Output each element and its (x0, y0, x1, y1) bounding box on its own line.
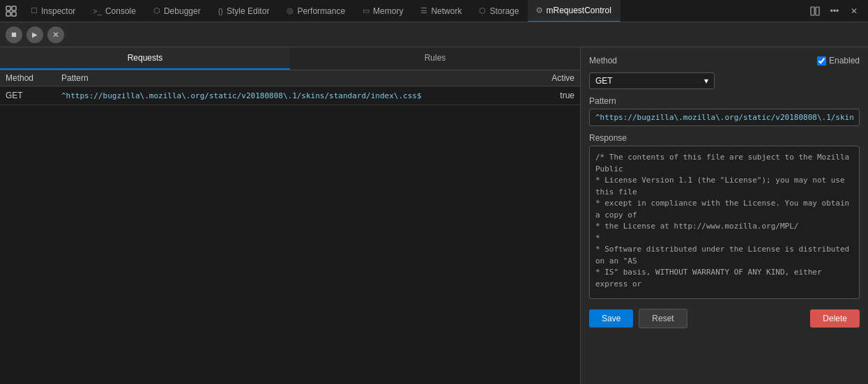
response-textarea[interactable]: /* The contents of this file are subject… (589, 146, 860, 299)
method-field: GET ▾ (589, 72, 860, 89)
tab-performance[interactable]: ◎ Performance (278, 0, 354, 22)
svg-rect-2 (6, 12, 10, 16)
toolbar-right-actions: ••• ✕ (807, 3, 868, 20)
response-line-2: * License Version 1.1 (the "License"); y… (595, 175, 853, 198)
enabled-checkbox[interactable] (817, 56, 826, 66)
tab-memory[interactable]: ▭ Memory (354, 0, 412, 22)
enabled-checkbox-row[interactable]: Enabled (817, 56, 860, 66)
tab-inspector[interactable]: ☐ Inspector (22, 0, 84, 22)
tab-style-editor[interactable]: {} Style Editor (210, 0, 279, 22)
left-panel: Requests Rules Method Pattern Active GET… (0, 47, 581, 384)
chevron-down-icon: ▾ (704, 76, 708, 86)
devtools-icon (0, 0, 22, 22)
tab-console[interactable]: >_ Console (84, 0, 145, 22)
enabled-label: Enabled (829, 56, 860, 66)
pattern-input[interactable] (589, 109, 860, 126)
reset-button[interactable]: Reset (639, 309, 687, 328)
performance-icon: ◎ (287, 6, 294, 15)
svg-rect-5 (816, 7, 819, 15)
response-line-5: * (595, 233, 853, 245)
play-button[interactable]: ▶ (26, 26, 43, 43)
panel-tabs: Requests Rules (0, 47, 580, 70)
response-field: Response /* The contents of this file ar… (589, 133, 860, 299)
bottom-actions: Save Reset Delete (589, 306, 860, 328)
method-select[interactable]: GET ▾ (589, 72, 715, 89)
table-header: Method Pattern Active (0, 70, 580, 86)
col-header-active: Active (519, 73, 574, 83)
memory-icon: ▭ (363, 6, 370, 15)
right-panel: Method Enabled GET ▾ Pattern Response /*… (581, 47, 868, 384)
main-content: Requests Rules Method Pattern Active GET… (0, 47, 868, 384)
row-active: true (519, 91, 574, 100)
close-devtools-button[interactable]: ✕ (846, 3, 862, 20)
svg-rect-4 (811, 7, 814, 15)
toolbar: ☐ Inspector >_ Console ⬡ Debugger {} Sty… (0, 0, 868, 22)
response-line-6: * Software distributed under the License… (595, 244, 853, 267)
console-icon: >_ (93, 7, 102, 15)
svg-rect-1 (12, 6, 16, 10)
mrequestcontrol-icon: ⊙ (536, 6, 542, 15)
storage-icon: ⬡ (479, 6, 486, 15)
pattern-field: Pattern (589, 96, 860, 126)
response-label: Response (589, 133, 860, 143)
network-icon: ☰ (420, 6, 427, 15)
response-line-4: * the License at http://www.mozilla.org/… (595, 221, 853, 233)
close-icon: ✕ (52, 30, 59, 40)
inspector-icon: ☐ (31, 6, 38, 15)
split-view-button[interactable] (807, 3, 823, 20)
action-bar: ⏹ ▶ ✕ (0, 22, 868, 47)
play-icon: ▶ (32, 31, 38, 38)
svg-rect-0 (6, 6, 10, 10)
response-line-3: * except in compliance with the License.… (595, 198, 853, 221)
more-options-button[interactable]: ••• (826, 3, 843, 20)
svg-rect-3 (12, 12, 16, 16)
row-method: GET (6, 91, 61, 100)
tab-requests[interactable]: Requests (0, 47, 290, 70)
tab-debugger[interactable]: ⬡ Debugger (145, 0, 210, 22)
delete-button[interactable]: Delete (810, 309, 860, 328)
method-select-value: GET (595, 76, 613, 86)
stop-button[interactable]: ⏹ (6, 26, 22, 43)
clear-button[interactable]: ✕ (47, 26, 64, 43)
pattern-label: Pattern (589, 96, 860, 106)
tab-rules[interactable]: Rules (290, 47, 580, 70)
method-label: Method (589, 56, 617, 66)
tab-storage[interactable]: ⬡ Storage (471, 0, 528, 22)
method-header-row: Method Enabled (589, 56, 860, 66)
col-header-pattern: Pattern (61, 73, 519, 83)
stop-icon: ⏹ (10, 31, 17, 38)
debugger-icon: ⬡ (153, 6, 160, 15)
response-line-1: /* The contents of this file are subject… (595, 152, 853, 175)
response-line-7: * IS" basis, WITHOUT WARRANTY OF ANY KIN… (595, 267, 853, 290)
row-pattern: ^https://bugzilla\.mozilla\.org/static/v… (61, 91, 519, 100)
table-row[interactable]: GET ^https://bugzilla\.mozilla\.org/stat… (0, 86, 580, 105)
save-button[interactable]: Save (589, 309, 633, 328)
style-editor-icon: {} (218, 7, 223, 15)
col-header-method: Method (6, 73, 61, 83)
tab-network[interactable]: ☰ Network (412, 0, 471, 22)
tab-mrequestcontrol[interactable]: ⊙ mRequestControl (528, 0, 620, 22)
